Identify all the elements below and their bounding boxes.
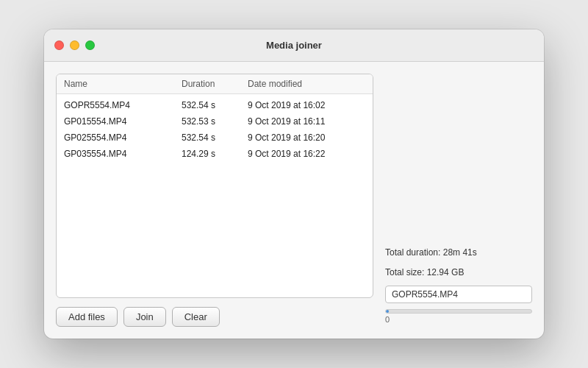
minimize-button[interactable] — [70, 40, 79, 50]
table-body: GOPR5554.MP4 532.54 s 9 Oct 2019 at 16:0… — [57, 94, 373, 165]
file-table: Name Duration Date modified GOPR5554.MP4… — [56, 74, 373, 298]
cell-date: 9 Oct 2019 at 16:11 — [248, 116, 365, 127]
close-button[interactable] — [54, 40, 64, 50]
progress-bar-fill — [386, 310, 389, 313]
join-button[interactable]: Join — [123, 307, 166, 327]
table-row[interactable]: GP025554.MP4 532.54 s 9 Oct 2019 at 16:2… — [57, 130, 373, 146]
progress-label: 0 — [385, 315, 532, 324]
cell-name: GP015554.MP4 — [64, 116, 182, 127]
window-controls — [54, 40, 95, 50]
table-row[interactable]: GP035554.MP4 124.29 s 9 Oct 2019 at 16:2… — [57, 146, 373, 162]
table-row[interactable]: GP015554.MP4 532.53 s 9 Oct 2019 at 16:1… — [57, 113, 373, 130]
header-date: Date modified — [248, 79, 365, 89]
table-row[interactable]: GOPR5554.MP4 532.54 s 9 Oct 2019 at 16:0… — [57, 97, 373, 113]
add-files-button[interactable]: Add files — [56, 307, 118, 327]
output-filename-input[interactable] — [385, 286, 532, 303]
cell-date: 9 Oct 2019 at 16:02 — [248, 100, 365, 110]
table-header: Name Duration Date modified — [57, 74, 373, 94]
cell-duration: 124.29 s — [182, 149, 248, 159]
cell-name: GP025554.MP4 — [64, 132, 182, 143]
cell-duration: 532.54 s — [182, 132, 248, 143]
cell-duration: 532.54 s — [182, 100, 248, 110]
total-size-label: Total size: 12.94 GB — [385, 266, 532, 280]
cell-date: 9 Oct 2019 at 16:22 — [248, 149, 365, 159]
content-area: Name Duration Date modified GOPR5554.MP4… — [44, 62, 544, 339]
window-title: Media joiner — [266, 40, 322, 51]
cell-name: GOPR5554.MP4 — [64, 100, 182, 110]
clear-button[interactable]: Clear — [172, 307, 220, 327]
titlebar: Media joiner — [44, 29, 544, 62]
cell-name: GP035554.MP4 — [64, 149, 182, 159]
header-name: Name — [64, 79, 182, 89]
button-row: Add files Join Clear — [56, 307, 373, 327]
progress-container: 0 — [385, 309, 532, 324]
progress-bar-track — [385, 309, 532, 314]
left-panel: Name Duration Date modified GOPR5554.MP4… — [56, 74, 373, 327]
header-duration: Duration — [182, 79, 248, 89]
right-panel: Total duration: 28m 41s Total size: 12.9… — [385, 74, 532, 327]
main-window: Media joiner Name Duration Date modified… — [44, 29, 544, 339]
total-duration-label: Total duration: 28m 41s — [385, 246, 532, 260]
cell-duration: 532.53 s — [182, 116, 248, 127]
cell-date: 9 Oct 2019 at 16:20 — [248, 132, 365, 143]
maximize-button[interactable] — [85, 40, 95, 50]
